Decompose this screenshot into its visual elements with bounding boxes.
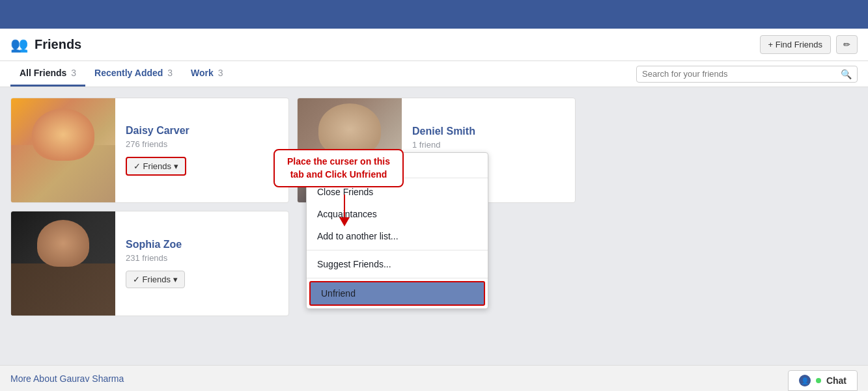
tab-all-friends[interactable]: All Friends 3 xyxy=(10,61,85,87)
search-box: 🔍 xyxy=(636,66,858,83)
friends-icon: 👥 xyxy=(10,36,28,53)
friend-name-daisy[interactable]: Daisy Carver xyxy=(126,125,278,137)
find-friends-button[interactable]: + Find Friends xyxy=(760,35,831,54)
friend-meta-deniel: 1 friend xyxy=(412,140,565,150)
friend-name-deniel[interactable]: Deniel Smith xyxy=(412,126,565,137)
page-title: Friends xyxy=(35,37,81,52)
title-bar: 👥 Friends + Find Friends ✏ xyxy=(0,29,868,61)
dropdown-item-unfriend[interactable]: Unfriend xyxy=(309,281,485,306)
tab-recently-added[interactable]: Recently Added 3 xyxy=(85,61,182,87)
friends-grid: Daisy Carver 276 friends ✓ Friends ▾ Den… xyxy=(0,87,586,327)
title-left: 👥 Friends xyxy=(10,36,81,53)
callout-arrow xyxy=(339,195,350,226)
dropdown-item-suggest[interactable]: Suggest Friends... xyxy=(307,253,488,275)
tabs-container: All Friends 3 Recently Added 3 Work 3 xyxy=(10,61,232,87)
dropdown-item-acquaintances[interactable]: Acquaintances xyxy=(307,203,488,225)
friend-meta-sophia: 231 friends xyxy=(126,253,278,263)
friends-button-sophia[interactable]: ✓ Friends ▾ xyxy=(126,271,185,288)
facebook-header xyxy=(0,0,868,29)
arrow-line xyxy=(344,195,345,217)
search-input[interactable] xyxy=(642,69,837,79)
edit-button[interactable]: ✏ xyxy=(836,35,858,54)
nav-tabs: All Friends 3 Recently Added 3 Work 3 🔍 xyxy=(0,61,868,87)
dropdown-item-add-list[interactable]: Add to another list... xyxy=(307,225,488,247)
callout-annotation: Place the curser on this tab and Click U… xyxy=(273,149,404,187)
friend-info-sophia: Sophia Zoe 231 friends ✓ Friends ▾ xyxy=(115,231,288,296)
friend-card-sophia: Sophia Zoe 231 friends ✓ Friends ▾ xyxy=(10,211,289,316)
tab-work[interactable]: Work 3 xyxy=(182,61,232,87)
avatar-daisy xyxy=(11,98,115,202)
friend-meta-daisy: 276 friends xyxy=(126,139,278,149)
friend-card-daisy: Daisy Carver 276 friends ✓ Friends ▾ xyxy=(10,98,289,203)
friends-button-daisy[interactable]: ✓ Friends ▾ xyxy=(126,157,186,176)
avatar-sophia xyxy=(11,211,115,316)
title-right: + Find Friends ✏ xyxy=(760,35,858,54)
friend-info-daisy: Daisy Carver 276 friends ✓ Friends ▾ xyxy=(115,117,288,183)
friend-name-sophia[interactable]: Sophia Zoe xyxy=(126,239,278,250)
dropdown-divider-2 xyxy=(307,250,488,250)
search-icon: 🔍 xyxy=(841,69,852,79)
arrow-head xyxy=(339,217,350,226)
dropdown-divider-3 xyxy=(307,278,488,278)
